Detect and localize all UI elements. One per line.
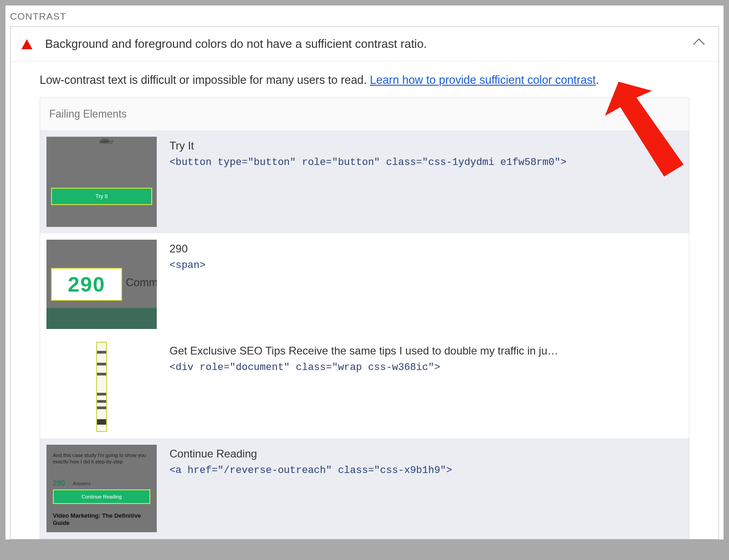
thumb-button: Continue Reading: [53, 489, 150, 504]
element-detail: 290 <span>: [169, 240, 680, 271]
element-detail: Try It <button type="button" role="butto…: [169, 137, 680, 168]
learn-more-link[interactable]: Learn how to provide sufficient color co…: [370, 73, 596, 86]
section-title: CONTRAST: [5, 11, 724, 26]
element-detail: Get Exclusive SEO Tips Receive the same …: [169, 342, 680, 373]
audit-title: Background and foreground colors do not …: [45, 37, 695, 51]
thumb-side-text: Comme: [126, 276, 157, 289]
chevron-up-icon[interactable]: [693, 38, 704, 50]
element-label: 290: [169, 242, 680, 255]
element-code: <a href="/reverse-outreach" class="css-x…: [169, 465, 680, 476]
failing-element-row[interactable]: weeks! Try It Try It <button type="butto…: [40, 130, 689, 233]
thumb-text: weeks!: [99, 139, 113, 144]
failing-element-row[interactable]: Get Exclusive SEO Tips Receive the same …: [40, 335, 689, 438]
thumb-strip: [96, 342, 107, 432]
thumb-heading: Video Marketing: The Definitive Guide: [53, 512, 157, 526]
element-thumbnail: [46, 342, 157, 432]
element-thumbnail: 290 Comme: [46, 240, 157, 329]
audit-panel: CONTRAST Background and foreground color…: [5, 5, 724, 539]
element-code: <span>: [169, 260, 680, 271]
thumb-highlight: 290: [51, 268, 122, 301]
warning-triangle-icon: [21, 39, 32, 49]
thumb-button: Try It: [51, 188, 152, 205]
thumb-number-label: Answers: [73, 481, 90, 486]
element-detail: Continue Reading <a href="/reverse-outre…: [169, 445, 680, 476]
failing-elements-header: Failing Elements: [40, 98, 689, 130]
thumb-number: 290: [53, 479, 65, 488]
element-code: <button type="button" role="button" clas…: [169, 157, 680, 168]
failing-elements-box: Failing Elements weeks! Try It Try It <b…: [40, 98, 689, 539]
element-thumbnail: weeks! Try It: [46, 137, 157, 227]
failing-element-row[interactable]: And this case study I'm going to show yo…: [40, 438, 689, 539]
thumb-paragraph: And this case study I'm going to show yo…: [53, 452, 150, 465]
element-label: Continue Reading: [169, 447, 680, 460]
thumb-number: 290: [68, 272, 106, 297]
element-code: <div role="document" class="wrap css-w36…: [169, 362, 680, 373]
element-label: Try It: [169, 139, 680, 152]
audit-description: Low-contrast text is difficult or imposs…: [10, 62, 719, 98]
audit-description-suffix: .: [596, 73, 599, 86]
failing-element-row[interactable]: 290 Comme 290 <span>: [40, 233, 689, 335]
element-label: Get Exclusive SEO Tips Receive the same …: [169, 344, 680, 357]
audit-header[interactable]: Background and foreground colors do not …: [10, 27, 719, 62]
audit-description-text: Low-contrast text is difficult or imposs…: [40, 73, 370, 86]
element-thumbnail: And this case study I'm going to show yo…: [46, 445, 157, 532]
audit-box: Background and foreground colors do not …: [10, 26, 719, 539]
